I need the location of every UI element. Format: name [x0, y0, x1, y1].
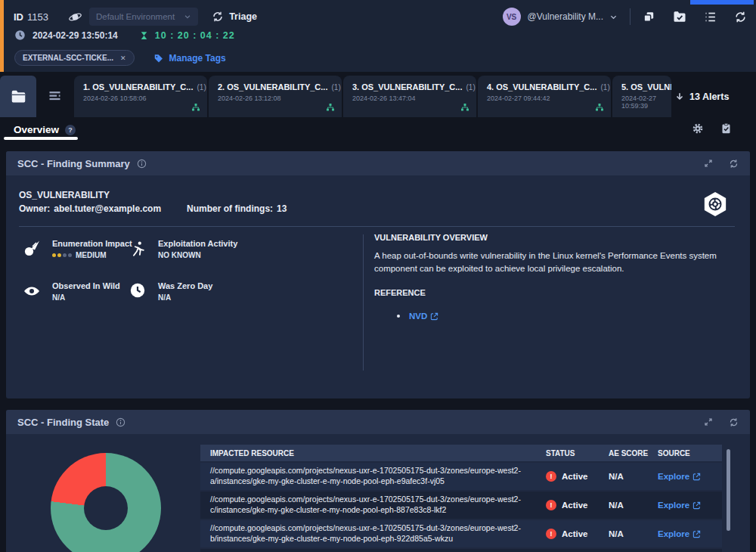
explore-link[interactable]: Explore — [658, 472, 722, 481]
alert-card-5[interactable]: 5. OS_VULNERABIL 2024-02-27 10:59:39 — [612, 76, 671, 117]
findings-count-label: Number of findings: — [187, 203, 273, 214]
nvd-link-label: NVD — [409, 312, 427, 321]
indicator-label: Enumeration Impact — [52, 239, 132, 248]
info-icon[interactable] — [137, 159, 147, 169]
case-id-label: ID — [14, 11, 23, 23]
impact-dots — [52, 253, 72, 257]
reference-list: NVD — [374, 312, 728, 321]
avatar[interactable]: VS — [503, 8, 521, 26]
list-icon[interactable] — [704, 11, 717, 23]
runner-icon — [127, 239, 148, 259]
refresh-icon[interactable] — [734, 11, 747, 23]
help-icon[interactable]: ? — [65, 125, 76, 135]
finding-summary-panel: SCC - Finding Summary OS_VULNERABILITY O… — [6, 151, 750, 398]
owner-label: Owner: — [19, 203, 50, 214]
info-icon[interactable] — [116, 417, 125, 427]
column-source: SOURCE — [658, 449, 722, 457]
resource-cell: //compute.googleapis.com/projects/nexus-… — [200, 466, 537, 487]
sla-timer-icon — [139, 30, 149, 41]
explore-link[interactable]: Explore — [658, 529, 722, 538]
finding-state-panel: SCC - Finding State IMPACTED RESOURCE ST… — [6, 410, 750, 552]
folder-icon — [11, 88, 26, 104]
alert-count: (1) — [331, 83, 340, 91]
indicator-label: Exploitation Activity — [158, 239, 237, 248]
chevron-down-icon[interactable] — [674, 91, 685, 102]
tab-case-folder[interactable] — [0, 76, 36, 117]
expand-icon[interactable] — [704, 159, 713, 169]
alert-title: 5. OS_VULNERABIL — [621, 82, 671, 91]
tab-overview[interactable]: Overview ? — [14, 124, 76, 135]
alert-count: (1) — [197, 83, 206, 91]
eye-icon — [21, 281, 42, 302]
nvd-link[interactable]: NVD — [409, 312, 438, 321]
alert-card-4[interactable]: 4. OS_VULNERABILITY_C... (1) 2024-02-27 … — [478, 76, 611, 117]
overview-tab-label: Overview — [14, 124, 59, 135]
gear-icon[interactable] — [692, 122, 704, 135]
header-divider — [630, 8, 631, 25]
refresh-icon[interactable] — [729, 159, 739, 169]
top-blue-strip — [690, 0, 754, 5]
impacted-resources-table: IMPACTED RESOURCE STATUS AE SCORE SOURCE… — [200, 445, 722, 552]
alert-timestamp: 2024-02-27 09:44:42 — [487, 95, 603, 102]
resource-cell: //compute.googleapis.com/projects/nexus-… — [200, 495, 537, 516]
alerts-overflow: 13 Alerts — [674, 76, 729, 117]
incident-page: { "colors": { "accent_blue": "#4f97f7", … — [0, 0, 756, 552]
assignee-name[interactable]: @Vulnerability M... — [528, 11, 603, 22]
environment-select[interactable]: Default Environment — [89, 8, 198, 26]
indicator-label: Was Zero Day — [158, 281, 212, 290]
external-link-icon — [692, 501, 701, 510]
tag-label: EXTERNAL-SCC-TICKE... — [23, 54, 113, 62]
alerts-count-label[interactable]: 13 Alerts — [689, 91, 729, 102]
vulnerability-overview-heading: VULNERABILITY OVERVIEW — [374, 233, 728, 242]
indicator-value: NO KNOWN — [158, 251, 201, 259]
indicator-enumeration-impact: Enumeration Impact MEDIUM — [21, 239, 132, 259]
header-row-3: EXTERNAL-SCC-TICKE... ✕ Manage Tags — [14, 50, 226, 66]
table-row-partial[interactable]: ✓ — [200, 549, 722, 552]
expand-icon[interactable] — [704, 417, 713, 427]
case-tabs-row: Overview ? — [0, 117, 756, 151]
manage-tags-button[interactable]: Manage Tags — [153, 53, 226, 64]
indicator-value: MEDIUM — [76, 251, 107, 259]
refresh-icon[interactable] — [729, 417, 739, 427]
alert-card-3[interactable]: 3. OS_VULNERABILITY_C... (1) 2024-02-26 … — [343, 76, 476, 117]
manage-tags-label: Manage Tags — [169, 53, 226, 64]
alert-timestamp: 2024-02-26 10:58:06 — [83, 95, 200, 102]
alert-title: 1. OS_VULNERABILITY_C... — [83, 82, 193, 91]
active-tab-underline — [4, 137, 78, 140]
table-scrollbar[interactable] — [727, 449, 730, 531]
triage-label: Triage — [229, 11, 257, 22]
indicator-label: Observed In Wild — [52, 281, 120, 290]
alert-title: 3. OS_VULNERABILITY_C... — [352, 82, 462, 91]
column-status: STATUS — [537, 449, 609, 457]
alert-count: (1) — [466, 83, 475, 91]
alert-card-2[interactable]: 2. OS_VULNERABILITY_C... (1) 2024-02-26 … — [209, 76, 342, 117]
vulnerability-overview-section: VULNERABILITY OVERVIEW A heap out-of-bou… — [374, 233, 728, 321]
alert-card-1[interactable]: 1. OS_VULNERABILITY_C... (1) 2024-02-26 … — [74, 76, 207, 117]
indicator-was-zero-day: Was Zero Day N/A — [127, 281, 212, 302]
triage-button[interactable]: Triage — [212, 11, 257, 23]
clipboard-check-icon[interactable] — [720, 122, 732, 135]
folder-check-icon[interactable] — [673, 10, 686, 23]
case-id-value: 1153 — [27, 11, 48, 23]
explore-label: Explore — [658, 529, 689, 538]
panel-title: SCC - Finding Summary — [17, 158, 130, 169]
tag-icon — [153, 53, 164, 64]
column-ae-score: AE SCORE — [609, 449, 658, 457]
indicator-observed-in-wild: Observed In Wild N/A — [21, 281, 120, 302]
active-status-icon: ! — [546, 471, 556, 482]
tag-remove-icon[interactable]: ✕ — [120, 54, 126, 62]
table-row[interactable]: //compute.googleapis.com/projects/nexus-… — [200, 520, 722, 547]
status-cell: Active — [562, 472, 588, 481]
table-row[interactable]: //compute.googleapis.com/projects/nexus-… — [200, 463, 722, 490]
copy-icon[interactable] — [643, 11, 655, 23]
chevron-down-icon[interactable] — [609, 13, 618, 21]
finding-state-header: SCC - Finding State — [6, 410, 750, 434]
tab-alerts-list[interactable] — [36, 76, 73, 117]
clock-icon — [14, 29, 26, 41]
sitemap-icon — [460, 103, 469, 112]
indicator-exploitation-activity: Exploitation Activity NO KNOWN — [127, 239, 237, 259]
explore-link[interactable]: Explore — [658, 501, 722, 510]
tag-chip[interactable]: EXTERNAL-SCC-TICKE... ✕ — [14, 50, 135, 66]
finding-state-donut-chart — [51, 453, 161, 552]
table-row[interactable]: //compute.googleapis.com/projects/nexus-… — [200, 492, 722, 519]
